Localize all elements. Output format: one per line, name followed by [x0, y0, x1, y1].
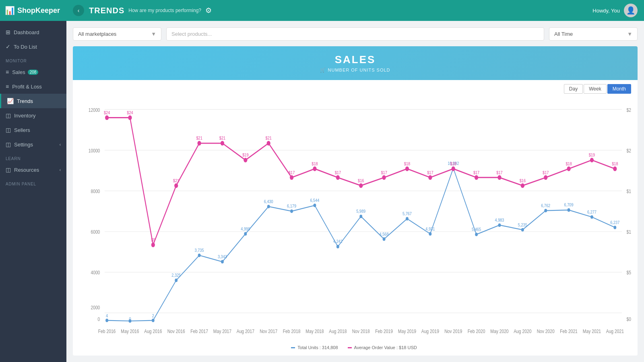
user-avatar[interactable]: 👤	[624, 4, 638, 17]
svg-point-39	[568, 208, 570, 212]
content-area: All marketplaces ▼ Select products... Al…	[66, 21, 644, 362]
sidebar-nav: ⊞ Dashboard ✓ To Do List MONITOR ≡ Sales…	[0, 21, 66, 362]
svg-point-29	[336, 245, 339, 249]
svg-point-73	[290, 175, 293, 180]
svg-point-21	[152, 319, 155, 322]
sidebar-item-sellers[interactable]: ◫ Sellers	[0, 123, 66, 137]
svg-point-70	[221, 141, 224, 146]
svg-text:Aug 2020: Aug 2020	[514, 328, 532, 334]
svg-point-85	[567, 167, 570, 171]
settings-icon: ◫	[6, 141, 11, 148]
svg-text:$9: $9	[151, 237, 155, 242]
svg-point-25	[244, 232, 247, 236]
svg-point-71	[244, 158, 247, 162]
svg-text:May 2016: May 2016	[121, 328, 139, 334]
sidebar-item-inventory[interactable]: ◫ Inventory	[0, 108, 66, 123]
svg-text:Feb 2021: Feb 2021	[560, 328, 578, 334]
marketplace-arrow-icon: ▼	[151, 31, 156, 37]
svg-text:May 2017: May 2017	[213, 328, 231, 334]
svg-point-75	[336, 175, 340, 180]
todo-icon: ✓	[6, 43, 10, 50]
sidebar-item-label: Profit & Loss	[12, 84, 42, 90]
svg-text:$21: $21	[219, 136, 225, 140]
svg-text:$18: $18	[404, 161, 410, 166]
svg-text:Feb 2018: Feb 2018	[283, 328, 301, 334]
svg-point-24	[221, 260, 224, 263]
inventory-icon: ◫	[6, 112, 11, 119]
sidebar-item-label: To Do List	[14, 44, 37, 50]
sidebar-item-todo[interactable]: ✓ To Do List	[0, 39, 66, 54]
svg-text:2: 2	[152, 313, 154, 318]
settings-gear-icon[interactable]: ⚙	[205, 6, 212, 15]
sidebar-item-label: Dashboard	[14, 29, 39, 35]
svg-text:Aug 2021: Aug 2021	[606, 328, 624, 334]
legend-pink: Average Order Value : $18 USD	[348, 345, 417, 350]
svg-text:$16: $16	[520, 178, 526, 183]
svg-text:$25: $25	[627, 107, 631, 113]
svg-text:6,430: 6,430	[264, 199, 273, 204]
svg-text:$16: $16	[358, 178, 364, 183]
filter-bar: All marketplaces ▼ Select products... Al…	[73, 27, 638, 41]
svg-point-28	[314, 204, 316, 207]
svg-text:$21: $21	[173, 178, 179, 183]
legend-blue: Total Units : 314,808	[291, 345, 338, 350]
section-admin: ADMIN PANEL	[0, 177, 66, 188]
svg-point-33	[429, 232, 431, 236]
svg-text:2000: 2000	[91, 304, 100, 310]
svg-point-68	[174, 183, 178, 188]
legend-blue-label: Total Units : 314,808	[297, 345, 338, 350]
sales-icon: ≡	[6, 69, 9, 75]
svg-text:May 2020: May 2020	[490, 328, 509, 334]
settings-chevron-icon: ‹	[60, 142, 61, 147]
svg-text:6,709: 6,709	[564, 203, 574, 208]
svg-text:Nov 2019: Nov 2019	[444, 328, 462, 334]
time-filter[interactable]: All Time ▼	[549, 27, 638, 41]
svg-point-41	[613, 226, 616, 229]
svg-point-66	[128, 115, 132, 120]
svg-point-31	[383, 237, 386, 241]
section-learn: LEARN	[0, 152, 66, 162]
svg-point-83	[521, 183, 524, 188]
chart-svg-area: 12000 10000 8000 6000 4000 2000 0 $25 $2…	[77, 92, 631, 342]
logo-icon: 📊	[5, 6, 15, 15]
svg-text:3,735: 3,735	[195, 248, 204, 253]
svg-text:May 2018: May 2018	[305, 328, 324, 334]
svg-point-22	[175, 279, 178, 282]
svg-point-26	[267, 205, 270, 208]
sidebar-item-trends[interactable]: 📈 Trends	[0, 94, 66, 108]
chart-header: SALES 🛒 NUMBER OF UNITS SOLD	[73, 46, 638, 80]
svg-text:6,179: 6,179	[287, 204, 296, 208]
svg-point-87	[613, 167, 617, 171]
svg-text:2,325: 2,325	[171, 273, 181, 278]
svg-text:$17: $17	[496, 170, 502, 175]
sidebar-item-profitloss[interactable]: ≡ Profit & Loss	[0, 79, 66, 94]
products-filter[interactable]: Select products...	[166, 27, 544, 41]
svg-text:Feb 2017: Feb 2017	[190, 328, 208, 334]
logo-text: ShopKeeper	[17, 6, 60, 15]
sidebar-item-settings[interactable]: ◫ Settings ‹	[0, 137, 66, 152]
sidebar-item-sales[interactable]: ≡ Sales 208	[0, 65, 66, 79]
chart-container: SALES 🛒 NUMBER OF UNITS SOLD Day Week Mo…	[73, 46, 638, 356]
svg-text:Feb 2020: Feb 2020	[468, 328, 485, 334]
svg-text:Nov 2018: Nov 2018	[352, 328, 370, 334]
svg-text:0: 0	[129, 317, 131, 321]
sidebar-item-resources[interactable]: ◫ Resources ‹	[0, 162, 66, 177]
svg-text:10000: 10000	[89, 148, 100, 153]
svg-text:Aug 2016: Aug 2016	[144, 328, 162, 334]
svg-point-36	[498, 223, 501, 227]
marketplace-filter[interactable]: All marketplaces ▼	[73, 27, 161, 41]
topbar: ‹ TRENDS How are my products performing?…	[66, 0, 644, 21]
sellers-icon: ◫	[6, 127, 11, 133]
time-filter-label: All Time	[554, 31, 573, 37]
svg-point-32	[406, 217, 409, 221]
svg-text:Nov 2016: Nov 2016	[167, 328, 185, 334]
svg-text:$17: $17	[543, 170, 549, 175]
svg-point-69	[197, 141, 201, 146]
svg-point-80	[452, 167, 455, 171]
sidebar-toggle-button[interactable]: ‹	[73, 5, 84, 16]
section-monitor: MONITOR	[0, 54, 66, 65]
sidebar-item-dashboard[interactable]: ⊞ Dashboard	[0, 25, 66, 39]
svg-text:$17: $17	[427, 170, 433, 175]
chart-title: SALES	[80, 53, 630, 66]
svg-text:6,762: 6,762	[541, 203, 550, 208]
